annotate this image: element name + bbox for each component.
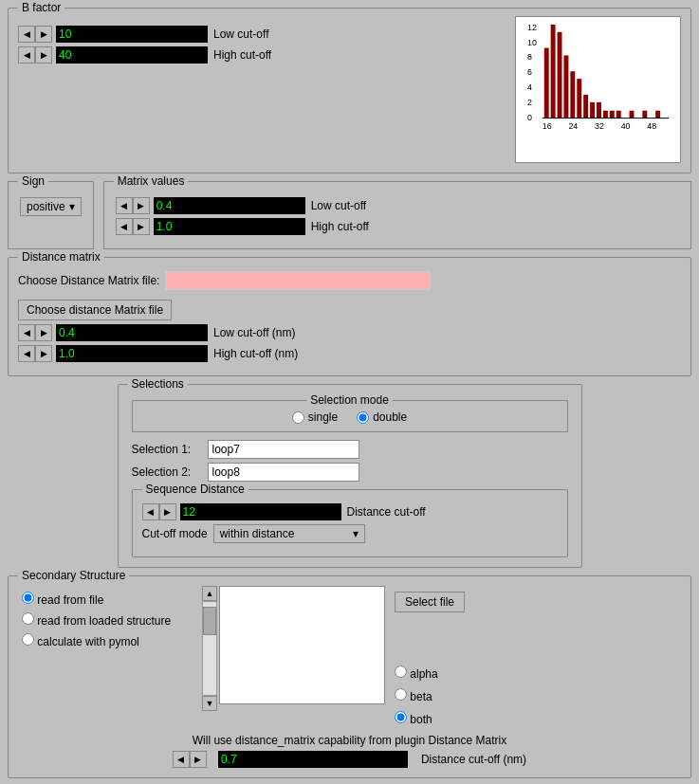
distance-file-input[interactable] bbox=[165, 271, 431, 290]
vert-scrollbar[interactable]: ▲ ▼ bbox=[202, 586, 217, 711]
svg-text:12: 12 bbox=[527, 23, 537, 32]
both-radio-label[interactable]: both bbox=[395, 711, 465, 726]
bottom-right-btn[interactable]: ▶ bbox=[190, 751, 207, 768]
seq-dist-input[interactable] bbox=[180, 503, 341, 520]
radio-from-loaded-label[interactable]: read from loaded structure bbox=[22, 612, 193, 628]
bfactor-low-left-btn[interactable]: ◀ bbox=[18, 26, 35, 43]
bottom-dist-input[interactable] bbox=[218, 751, 408, 768]
seq-dist-title: Sequence Distance bbox=[142, 483, 248, 496]
radio-from-file-label[interactable]: read from file bbox=[22, 592, 193, 607]
svg-text:4: 4 bbox=[527, 82, 532, 92]
dist-high-stepper[interactable]: ◀ ▶ bbox=[18, 345, 52, 362]
bfactor-high-stepper[interactable]: ◀ ▶ bbox=[18, 46, 52, 64]
seq-stepper[interactable]: ◀ ▶ bbox=[142, 503, 176, 520]
histogram: 12 10 8 6 4 2 0 bbox=[515, 16, 681, 163]
bfactor-high-row: ◀ ▶ High cut-off bbox=[18, 46, 506, 64]
svg-rect-8 bbox=[551, 25, 556, 119]
svg-text:0: 0 bbox=[527, 113, 532, 122]
bfactor-low-right-btn[interactable]: ▶ bbox=[35, 26, 52, 43]
scroll-area-container: ▲ ▼ bbox=[202, 586, 385, 711]
select-file-btn[interactable]: Select file bbox=[395, 592, 465, 612]
bfactor-low-label: Low cut-off bbox=[213, 27, 268, 41]
sign-dropdown[interactable]: positive ▾ bbox=[20, 197, 82, 216]
choose-matrix-btn[interactable]: Choose distance Matrix file bbox=[18, 300, 172, 320]
dist-high-right-btn[interactable]: ▶ bbox=[35, 345, 52, 362]
distance-matrix-group: Distance matrix Choose Distance Matrix f… bbox=[8, 257, 691, 376]
seq-left-btn[interactable]: ◀ bbox=[142, 503, 159, 520]
bfactor-high-label: High cut-off bbox=[213, 48, 271, 62]
radio-from-loaded-text: read from loaded structure bbox=[37, 614, 171, 628]
matrix-low-right-btn[interactable]: ▶ bbox=[133, 197, 150, 214]
bfactor-high-left-btn[interactable]: ◀ bbox=[18, 46, 35, 64]
secondary-left: read from file read from loaded structur… bbox=[22, 586, 193, 648]
bfactor-low-row: ◀ ▶ Low cut-off bbox=[18, 26, 506, 43]
secondary-file-radios: Select file alpha beta both bbox=[395, 586, 465, 726]
seq-dist-group: Sequence Distance ◀ ▶ Distance cut-off C… bbox=[132, 489, 568, 557]
selection1-input[interactable] bbox=[208, 440, 359, 459]
single-radio[interactable] bbox=[292, 411, 304, 424]
svg-text:24: 24 bbox=[568, 121, 578, 131]
radio-pymol-label[interactable]: calculate with pymol bbox=[22, 633, 193, 648]
secondary-text-area bbox=[219, 586, 385, 704]
scroll-up-btn[interactable]: ▲ bbox=[202, 586, 217, 601]
alpha-radio-label[interactable]: alpha bbox=[395, 665, 465, 681]
bfactor-low-stepper[interactable]: ◀ ▶ bbox=[18, 26, 52, 43]
scrollbar-thumb[interactable] bbox=[203, 607, 216, 635]
scrollbar-track[interactable] bbox=[202, 601, 217, 696]
radio-pymol-text: calculate with pymol bbox=[37, 635, 138, 648]
secondary-inner: read from file read from loaded structur… bbox=[22, 586, 677, 726]
bfactor-high-input[interactable] bbox=[56, 46, 208, 64]
matrix-high-stepper[interactable]: ◀ ▶ bbox=[116, 218, 150, 235]
secondary-structure-group: Secondary Structure read from file read … bbox=[8, 575, 691, 778]
sign-content: positive ▾ bbox=[20, 190, 82, 216]
bfactor-group: B factor ◀ ▶ Low cut-off ◀ ▶ bbox=[8, 8, 691, 173]
alpha-radio[interactable] bbox=[395, 665, 407, 678]
svg-rect-14 bbox=[590, 102, 595, 119]
scroll-down-btn[interactable]: ▼ bbox=[202, 696, 217, 711]
beta-radio[interactable] bbox=[395, 688, 407, 701]
double-radio[interactable] bbox=[357, 411, 369, 424]
radio-from-file[interactable] bbox=[22, 592, 34, 604]
both-radio[interactable] bbox=[395, 711, 407, 723]
distance-matrix-title: Distance matrix bbox=[18, 250, 104, 264]
matrix-low-stepper[interactable]: ◀ ▶ bbox=[116, 197, 150, 214]
bfactor-low-input[interactable] bbox=[56, 26, 208, 43]
distance-file-row: Choose Distance Matrix file: bbox=[18, 271, 681, 290]
dist-high-input[interactable] bbox=[56, 345, 208, 362]
dist-low-right-btn[interactable]: ▶ bbox=[35, 324, 52, 341]
matrix-high-input[interactable] bbox=[154, 218, 305, 235]
bottom-dist-row: ◀ ▶ Distance cut-off (nm) bbox=[22, 751, 677, 768]
histogram-svg: 12 10 8 6 4 2 0 bbox=[516, 17, 680, 162]
bfactor-high-right-btn[interactable]: ▶ bbox=[35, 46, 52, 64]
selection-mode-title: Selection mode bbox=[306, 393, 393, 407]
bottom-stepper[interactable]: ◀ ▶ bbox=[173, 751, 207, 768]
seq-right-btn[interactable]: ▶ bbox=[159, 503, 176, 520]
selections-content: Selection mode single double Selection 1… bbox=[132, 394, 568, 482]
double-radio-label[interactable]: double bbox=[357, 410, 407, 424]
svg-text:40: 40 bbox=[621, 121, 631, 131]
dist-low-input[interactable] bbox=[56, 324, 208, 341]
beta-radio-label[interactable]: beta bbox=[395, 688, 465, 703]
radio-from-loaded[interactable] bbox=[22, 612, 34, 625]
radio-pymol[interactable] bbox=[22, 633, 34, 646]
dist-low-label: Low cut-off (nm) bbox=[213, 326, 295, 339]
matrix-high-left-btn[interactable]: ◀ bbox=[116, 218, 133, 235]
selection2-row: Selection 2: bbox=[132, 463, 568, 482]
single-radio-label[interactable]: single bbox=[292, 410, 338, 424]
sign-group: Sign positive ▾ bbox=[8, 181, 94, 249]
matrix-low-input[interactable] bbox=[154, 197, 305, 214]
dist-low-row: ◀ ▶ Low cut-off (nm) bbox=[18, 324, 681, 341]
matrix-high-label: High cut-off bbox=[311, 220, 369, 233]
selection2-input[interactable] bbox=[208, 463, 359, 482]
sign-value: positive bbox=[27, 200, 65, 213]
dist-high-label: High cut-off (nm) bbox=[213, 347, 298, 360]
svg-text:16: 16 bbox=[543, 121, 552, 131]
dist-high-left-btn[interactable]: ◀ bbox=[18, 345, 35, 362]
matrix-high-right-btn[interactable]: ▶ bbox=[133, 218, 150, 235]
cutoff-mode-dropdown[interactable]: within distance ▾ bbox=[213, 524, 365, 543]
matrix-low-left-btn[interactable]: ◀ bbox=[116, 197, 133, 214]
dist-low-stepper[interactable]: ◀ ▶ bbox=[18, 324, 52, 341]
dist-low-left-btn[interactable]: ◀ bbox=[18, 324, 35, 341]
selections-title: Selections bbox=[128, 377, 188, 391]
bottom-left-btn[interactable]: ◀ bbox=[173, 751, 190, 768]
